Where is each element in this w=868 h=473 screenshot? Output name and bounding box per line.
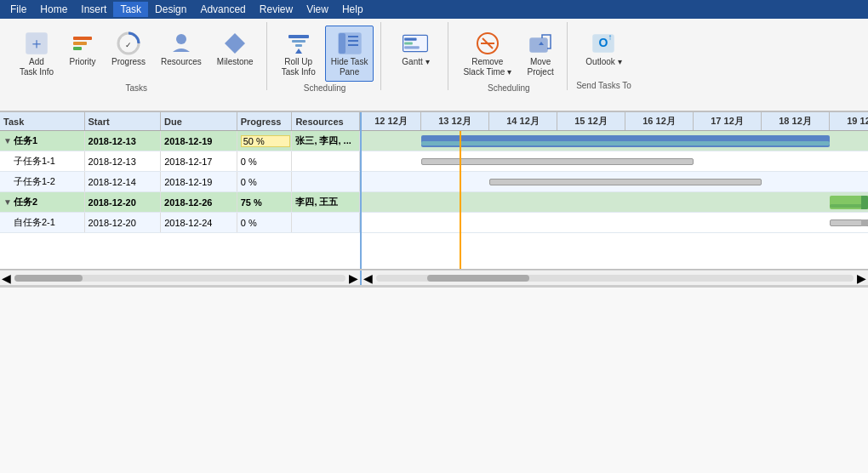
progress-button[interactable]: ✓ Progress: [106, 26, 151, 71]
ribbon: ＋ AddTask Info Priority ✓ Progress: [0, 19, 868, 112]
gantt-button[interactable]: Gantt ▾: [390, 26, 441, 71]
outlook-group-label: Send Tasks To: [576, 81, 631, 90]
gantt-col-1212: 12 12月: [362, 112, 421, 130]
task-progress-1[interactable]: [237, 131, 293, 151]
task-due-4: 2018-12-26: [161, 192, 237, 212]
main-area: Task Start Due Progress Resources ▼ 任务1 …: [0, 112, 868, 473]
scroll-right-btn[interactable]: ▶: [349, 271, 358, 285]
grid-scroll[interactable]: ◀ ▶: [0, 271, 362, 286]
resources-label: Resources: [161, 57, 202, 67]
tasks-group-label: Tasks: [126, 83, 148, 93]
milestone-button[interactable]: Milestone: [211, 26, 260, 71]
menu-file[interactable]: File: [3, 2, 33, 17]
remove-slack-icon: [474, 30, 501, 57]
gantt-row-2: [362, 151, 868, 172]
grid-header: Task Start Due Progress Resources: [0, 112, 360, 131]
gantt-scroll-left[interactable]: ◀: [363, 271, 373, 285]
gantt-col-1912: 19 12月: [830, 112, 868, 130]
add-task-info-label: AddTask Info: [20, 57, 54, 77]
collapse-arrow-1[interactable]: ▼: [3, 136, 12, 145]
menu-help[interactable]: Help: [335, 2, 370, 17]
gantt-scroll-right[interactable]: ▶: [857, 271, 866, 285]
svg-point-7: [176, 34, 186, 44]
col-header-progress: Progress: [237, 112, 293, 130]
table-row: 子任务1-2 2018-12-14 2018-12-19 0 %: [0, 172, 360, 192]
task-due-2: 2018-12-17: [161, 151, 237, 171]
lower-pane: XXX项目计划 i 任务1 12-13 - 12-19 : 5 workday(…: [0, 285, 868, 473]
collapse-arrow-4[interactable]: ▼: [3, 197, 12, 207]
task-start-4: 2018-12-20: [85, 192, 162, 212]
col-header-start: Start: [85, 112, 162, 130]
gantt-col-1712: 17 12月: [694, 112, 762, 130]
menu-task[interactable]: Task: [113, 2, 148, 17]
hide-task-pane-button[interactable]: Hide TaskPane: [325, 26, 374, 82]
gantt-label: Gantt ▾: [402, 57, 429, 67]
gantt-bar-2: [421, 158, 694, 165]
priority-button[interactable]: Priority: [63, 26, 102, 71]
milestone-label: Milestone: [217, 57, 254, 67]
add-task-info-icon: ＋: [23, 30, 50, 57]
add-task-info-button[interactable]: ＋ AddTask Info: [14, 26, 60, 82]
move-project-icon: [527, 30, 554, 57]
task-start-2: 2018-12-13: [85, 151, 162, 171]
outlook-label: Outlook ▾: [585, 57, 621, 67]
menu-bar: File Home Insert Task Design Advanced Re…: [0, 0, 868, 19]
remove-slack-button[interactable]: RemoveSlack Time ▾: [457, 26, 517, 82]
gantt-bar-5-overflow: [861, 219, 868, 226]
priority-label: Priority: [69, 57, 95, 67]
scroll-left-btn[interactable]: ◀: [2, 271, 11, 285]
resources-icon: [168, 30, 195, 57]
task-name-3: 子任务1-2: [0, 172, 85, 191]
grid-hscrollbar[interactable]: [14, 275, 345, 282]
col-header-task: Task: [0, 112, 85, 130]
gantt-scroll-thumb[interactable]: [427, 275, 529, 282]
roll-up-button[interactable]: Roll UpTask Info: [276, 26, 322, 82]
ribbon-group-scheduling2: RemoveSlack Time ▾ MoveProject Schedulin…: [450, 22, 568, 90]
grid-scroll-thumb[interactable]: [14, 275, 83, 282]
menu-advanced[interactable]: Advanced: [193, 2, 252, 17]
gantt-hscrollbar[interactable]: [376, 275, 854, 282]
svg-rect-11: [295, 44, 302, 47]
menu-review[interactable]: Review: [253, 2, 300, 17]
task-due-3: 2018-12-19: [161, 172, 237, 191]
gantt-scroll[interactable]: ◀ ▶: [362, 271, 868, 286]
gantt-body: [362, 131, 868, 269]
svg-rect-10: [292, 40, 306, 43]
svg-rect-13: [339, 33, 345, 54]
menu-view[interactable]: View: [300, 2, 335, 17]
scrollbar-row: ◀ ▶ ◀ ▶: [0, 270, 868, 285]
today-line: [460, 131, 461, 269]
task-progress-2: 0 %: [237, 151, 293, 171]
progress-icon: ✓: [115, 30, 142, 57]
table-row: 子任务1-1 2018-12-13 2018-12-17 0 %: [0, 151, 360, 172]
gantt-row-5: [362, 213, 868, 233]
svg-rect-9: [288, 35, 309, 38]
hide-task-pane-icon: [336, 30, 363, 57]
menu-insert[interactable]: Insert: [74, 2, 113, 17]
col-header-resources: Resources: [292, 112, 360, 130]
task-progress-4: 75 %: [237, 192, 293, 212]
task-resources-2: [292, 151, 360, 171]
task-grid: Task Start Due Progress Resources ▼ 任务1 …: [0, 112, 362, 269]
ribbon-group-outlook: O↑ Outlook ▾ Send Tasks To: [569, 22, 638, 90]
svg-text:✓: ✓: [125, 41, 132, 49]
move-project-button[interactable]: MoveProject: [521, 26, 560, 82]
gantt-col-1612: 16 12月: [625, 112, 694, 130]
remove-slack-label: RemoveSlack Time ▾: [463, 57, 511, 77]
outlook-button[interactable]: O↑ Outlook ▾: [580, 26, 627, 71]
menu-design[interactable]: Design: [148, 2, 193, 17]
menu-home[interactable]: Home: [33, 2, 74, 17]
gantt-col-1512: 15 12月: [557, 112, 625, 130]
gantt-area: Task Start Due Progress Resources ▼ 任务1 …: [0, 112, 868, 270]
ribbon-group-tasks: ＋ AddTask Info Priority ✓ Progress: [7, 22, 267, 90]
task-due-1: 2018-12-19: [161, 131, 237, 151]
resources-button[interactable]: Resources: [155, 26, 208, 71]
progress-input-1[interactable]: [241, 135, 290, 147]
gantt-col-1812: 18 12月: [762, 112, 830, 130]
task-progress-3: 0 %: [237, 172, 293, 191]
scheduling2-group-label: Scheduling: [488, 83, 529, 93]
gantt-chart: 12 12月 13 12月 14 12月 15 12月 16 12月 17 12…: [362, 112, 868, 269]
svg-rect-20: [405, 46, 420, 48]
svg-text:↑: ↑: [608, 32, 613, 42]
task-resources-1: 张三, 李四, ...: [292, 131, 360, 151]
